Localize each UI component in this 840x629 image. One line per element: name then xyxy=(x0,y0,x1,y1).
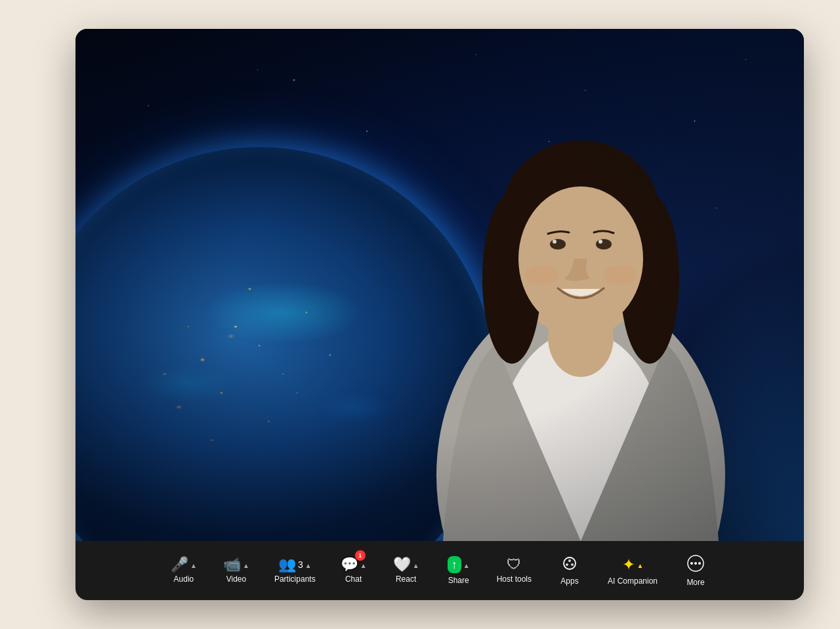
chat-icon: 💬 xyxy=(341,557,358,572)
video-label: Video xyxy=(226,575,246,584)
react-button[interactable]: 🤍 ▲ React xyxy=(380,541,432,600)
chat-chevron-icon: ▲ xyxy=(360,562,367,569)
apps-button[interactable]: Apps xyxy=(543,541,596,600)
chat-badge: 1 xyxy=(355,550,366,561)
meeting-toolbar: 🎤 ▲ Audio 📹 ▲ Video 👥 3 ▲ Participants xyxy=(75,541,804,600)
video-button[interactable]: 📹 ▲ Video xyxy=(210,541,262,600)
chat-button[interactable]: 💬 1 ▲ Chat xyxy=(327,541,380,600)
apps-icon xyxy=(562,555,578,574)
svg-point-11 xyxy=(598,240,602,244)
ai-companion-chevron-icon: ▲ xyxy=(637,562,644,569)
react-chevron-icon: ▲ xyxy=(413,562,419,569)
video-chevron-icon: ▲ xyxy=(243,562,249,569)
react-icon: 🤍 xyxy=(393,557,411,572)
share-label: Share xyxy=(448,576,469,585)
participants-chevron-icon: ▲ xyxy=(305,562,312,569)
participants-icon: 👥 xyxy=(278,557,296,572)
react-label: React xyxy=(396,575,416,584)
audio-button[interactable]: 🎤 ▲ Audio xyxy=(158,541,210,600)
svg-point-14 xyxy=(564,557,576,569)
audio-chevron-icon: ▲ xyxy=(190,562,197,569)
host-tools-label: Host tools xyxy=(497,575,532,584)
apps-label: Apps xyxy=(560,576,578,586)
participants-button[interactable]: 👥 3 ▲ Participants xyxy=(262,541,327,600)
svg-point-17 xyxy=(571,563,574,566)
svg-point-21 xyxy=(698,562,701,565)
share-button[interactable]: ↑ ▲ Share xyxy=(432,541,485,600)
participants-label: Participants xyxy=(274,575,316,584)
host-tools-icon: 🛡 xyxy=(507,557,521,572)
svg-point-12 xyxy=(525,265,558,285)
more-label: More xyxy=(686,578,704,587)
more-icon xyxy=(686,554,705,575)
more-button[interactable]: More xyxy=(669,541,722,600)
ai-companion-button[interactable]: ✦ ▲ AI Companion xyxy=(596,541,669,600)
audio-label: Audio xyxy=(174,575,194,584)
person-video xyxy=(390,81,771,541)
svg-point-13 xyxy=(604,265,637,285)
svg-point-8 xyxy=(550,239,566,249)
ai-companion-icon: ✦ xyxy=(622,555,635,574)
svg-point-15 xyxy=(568,559,571,562)
svg-point-16 xyxy=(566,563,568,566)
host-tools-button[interactable]: 🛡 Host tools xyxy=(485,541,543,600)
microphone-icon: 🎤 xyxy=(171,557,188,572)
svg-point-20 xyxy=(694,562,697,565)
svg-point-10 xyxy=(553,240,556,244)
meeting-window: 🎤 ▲ Audio 📹 ▲ Video 👥 3 ▲ Participants xyxy=(75,29,804,600)
svg-point-19 xyxy=(690,562,693,565)
chat-label: Chat xyxy=(345,575,362,584)
camera-icon: 📹 xyxy=(223,557,241,572)
video-area xyxy=(75,29,804,541)
participants-count: 3 xyxy=(298,559,303,570)
svg-point-9 xyxy=(596,239,612,249)
ai-companion-label: AI Companion xyxy=(608,576,658,586)
share-chevron-icon: ▲ xyxy=(463,562,470,569)
share-icon: ↑ xyxy=(448,556,461,573)
